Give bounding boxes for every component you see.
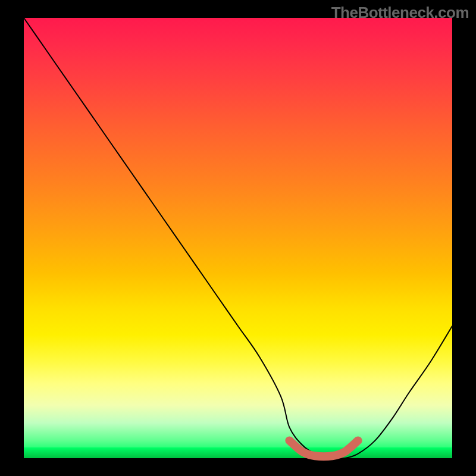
bottleneck-curve [24,18,452,459]
plot-area [24,18,452,458]
chart-frame: TheBottleneck.com [0,0,476,476]
curve-layer [24,18,452,458]
watermark-text: TheBottleneck.com [331,4,469,22]
